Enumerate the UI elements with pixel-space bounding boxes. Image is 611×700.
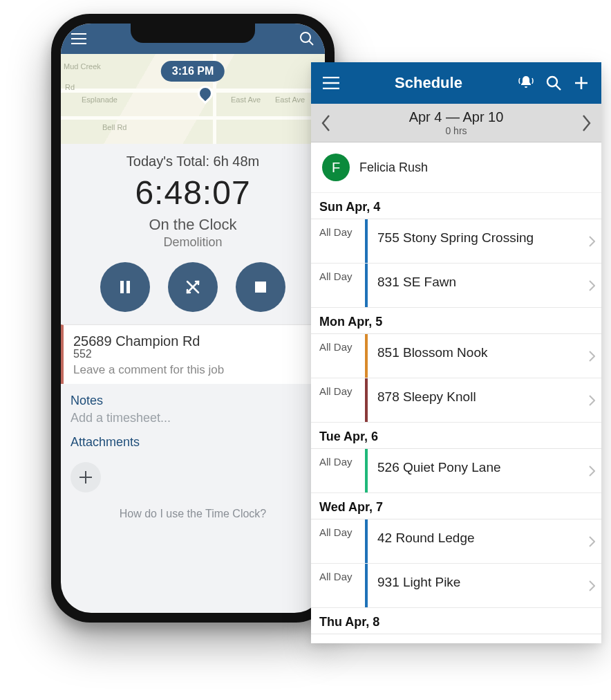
user-row[interactable]: F Felicia Rush [311,142,601,193]
date-range-bar: Apr 4 — Apr 10 0 hrs [311,104,601,142]
stop-button[interactable] [236,262,285,312]
map-label: Bell Rd [102,123,126,131]
job-number: 552 [73,348,315,360]
map-area[interactable]: Mud Creek Esplanade Bell Rd East Ave Eas… [61,54,325,144]
menu-icon[interactable] [321,73,341,93]
phone-screen: Mud Creek Esplanade Bell Rd East Ave Eas… [61,24,325,613]
pause-button[interactable] [100,262,150,312]
today-total-label: Today's Total: 6h 48m [68,154,318,169]
attachments-header: Attachments [70,435,315,450]
chevron-right-icon [582,378,601,422]
attachments-section: Attachments [61,430,325,457]
day-header: Thu Apr, 8 [311,608,601,634]
chevron-right-icon [582,564,601,607]
phone-frame: Mud Creek Esplanade Bell Rd East Ave Eas… [51,14,335,623]
map-label: East Ave [275,95,305,104]
current-task: Demolition [68,235,318,250]
event-title: 851 Blossom Nook [368,334,582,378]
event-time: All Day [311,334,365,378]
map-label: Esplanade [82,95,118,104]
chevron-right-icon [582,219,601,263]
switch-button[interactable] [168,262,218,312]
schedule-event-row[interactable]: All Day851 Blossom Nook [311,334,601,378]
svg-rect-2 [126,281,130,293]
clock-status: On the Clock [68,216,318,234]
event-time: All Day [311,449,365,492]
day-header: Tue Apr, 6 [311,423,601,449]
schedule-navbar: Schedule [311,62,601,104]
add-icon[interactable] [571,73,592,93]
user-name: Felicia Rush [359,160,428,175]
day-header: Sun Apr, 4 [311,193,601,219]
search-icon[interactable] [543,73,564,93]
chevron-right-icon [582,264,601,307]
event-title: 931 Light Pike [368,564,582,607]
map-label: Mud Creek [64,62,101,71]
event-title: 526 Quiet Pony Lane [368,449,582,492]
schedule-event-row[interactable]: All Day42 Round Ledge [311,519,601,564]
schedule-event-row[interactable]: All Day526 Quiet Pony Lane [311,449,601,493]
schedule-panel: Schedule Apr 4 — Apr 10 0 hrs F Felic [311,62,601,643]
schedule-title: Schedule [348,74,509,92]
schedule-event-row[interactable]: All Day878 Sleepy Knoll [311,378,601,423]
help-link[interactable]: How do I use the Time Clock? [61,508,325,520]
search-icon[interactable] [299,30,315,47]
event-time: All Day [311,378,365,422]
svg-point-0 [301,33,310,42]
clock-controls [61,262,325,324]
map-label: Rd [65,83,75,91]
day-header: Wed Apr, 7 [311,493,601,519]
time-summary: Today's Total: 6h 48m 6:48:07 On the Clo… [61,144,325,254]
chevron-right-icon [582,519,601,563]
event-title: 42 Round Ledge [368,519,582,563]
notes-section: Notes Add a timesheet... [61,384,325,430]
bell-icon[interactable] [516,73,536,93]
avatar: F [322,154,350,181]
event-title: 755 Stony Spring Crossing [368,219,582,263]
chevron-right-icon [582,449,601,492]
job-comment-placeholder[interactable]: Leave a comment for this job [73,363,315,377]
schedule-event-row[interactable]: All Day831 SE Fawn [311,264,601,308]
menu-icon[interactable] [70,30,87,47]
day-header: Mon Apr, 5 [311,308,601,334]
schedule-event-row[interactable]: All Day931 Light Pike [311,564,601,608]
date-range-label: Apr 4 — Apr 10 [409,109,504,125]
job-card[interactable]: 25689 Champion Rd 552 Leave a comment fo… [61,324,325,384]
phone-notch [131,24,255,43]
event-title: 878 Sleepy Knoll [368,378,582,422]
svg-rect-3 [255,282,266,293]
job-address: 25689 Champion Rd [73,333,315,349]
add-attachment-button[interactable] [70,462,101,492]
map-label: East Ave [231,95,261,104]
svg-point-4 [547,77,557,86]
event-time: All Day [311,264,365,307]
event-time: All Day [311,219,365,263]
event-time: All Day [311,519,365,563]
prev-week-button[interactable] [321,114,332,132]
elapsed-time: 6:48:07 [68,174,318,212]
date-range-hours: 0 hrs [409,125,504,136]
event-time: All Day [311,564,365,607]
schedule-event-row[interactable]: All Day755 Stony Spring Crossing [311,219,601,264]
next-week-button[interactable] [581,114,592,132]
notes-add-placeholder[interactable]: Add a timesheet... [70,411,315,425]
notes-header: Notes [70,394,315,408]
map-time-pill: 3:16 PM [161,61,225,82]
svg-rect-1 [120,281,124,293]
event-title: 831 SE Fawn [368,264,582,307]
chevron-right-icon [582,334,601,378]
